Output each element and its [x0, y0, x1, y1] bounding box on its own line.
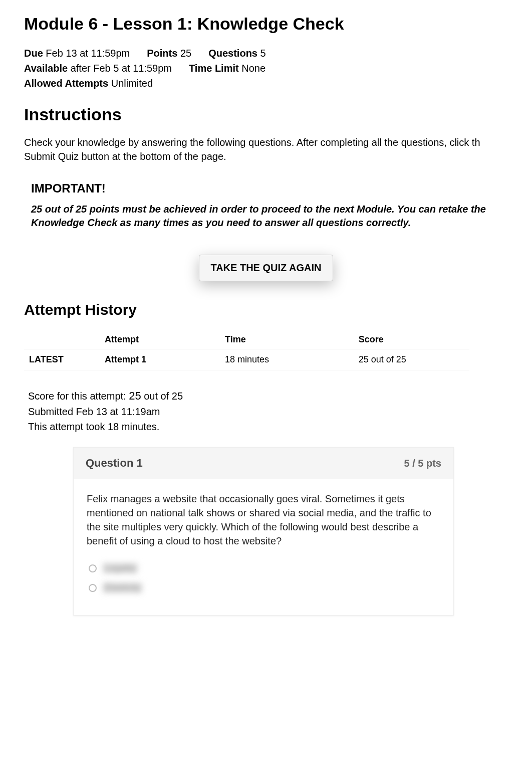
- question-card: Question 1 5 / 5 pts Felix manages a web…: [73, 447, 454, 616]
- attempt-duration: This attempt took 18 minutes.: [28, 419, 508, 434]
- page-title: Module 6 - Lesson 1: Knowledge Check: [24, 14, 508, 34]
- available-label: Available: [24, 63, 68, 74]
- important-box: IMPORTANT! 25 out of 25 points must be a…: [24, 174, 508, 237]
- answer-option: Elasticity: [89, 582, 440, 593]
- questions-label: Questions: [208, 48, 257, 59]
- answer-text: Legality: [103, 563, 138, 573]
- attempt-history-heading: Attempt History: [24, 301, 508, 318]
- attempt-history-table: Attempt Time Score LATEST Attempt 1 18 m…: [24, 330, 469, 370]
- score-suffix: out of 25: [141, 391, 183, 402]
- instructions-text: Check your knowledge by answering the fo…: [24, 135, 508, 163]
- allowed-attempts-value: Unlimited: [111, 78, 153, 89]
- time-limit-label: Time Limit: [189, 63, 239, 74]
- attempt-time: 18 minutes: [220, 349, 354, 370]
- attempt-score: 25 out of 25: [354, 349, 469, 370]
- due-label: Due: [24, 48, 43, 59]
- table-row: LATEST Attempt 1 18 minutes 25 out of 25: [24, 349, 469, 370]
- answer-option: Legality: [89, 563, 440, 573]
- score-summary: Score for this attempt: 25 out of 25 Sub…: [28, 387, 508, 434]
- attempt-link[interactable]: Attempt 1: [100, 349, 220, 370]
- radio-icon: [89, 584, 97, 592]
- allowed-attempts-label: Allowed Attempts: [24, 78, 108, 89]
- question-points: 5 / 5 pts: [404, 458, 441, 469]
- submitted-time: Submitted Feb 13 at 11:19am: [28, 404, 508, 419]
- history-header-attempt: Attempt: [100, 330, 220, 349]
- score-number: 25: [129, 389, 141, 402]
- available-value: after Feb 5 at 11:59pm: [71, 63, 172, 74]
- important-heading: IMPORTANT!: [31, 181, 504, 196]
- score-prefix: Score for this attempt:: [28, 391, 129, 402]
- due-value: Feb 13 at 11:59pm: [46, 48, 130, 59]
- points-value: 25: [180, 48, 191, 59]
- time-limit-value: None: [241, 63, 265, 74]
- important-body: 25 out of 25 points must be achieved in …: [31, 203, 504, 230]
- quiz-meta: Due Feb 13 at 11:59pm Points 25 Question…: [24, 46, 508, 91]
- take-quiz-again-button[interactable]: TAKE THE QUIZ AGAIN: [199, 255, 333, 281]
- instructions-heading: Instructions: [24, 105, 508, 124]
- answer-text: Elasticity: [103, 582, 142, 593]
- latest-badge: LATEST: [24, 349, 100, 370]
- question-title: Question 1: [86, 457, 143, 470]
- question-body: Felix manages a website that occasionall…: [74, 479, 453, 563]
- history-header-score: Score: [354, 330, 469, 349]
- history-header-time: Time: [220, 330, 354, 349]
- points-label: Points: [147, 48, 177, 59]
- questions-value: 5: [260, 48, 266, 59]
- radio-icon: [89, 564, 97, 572]
- history-header-blank: [24, 330, 100, 349]
